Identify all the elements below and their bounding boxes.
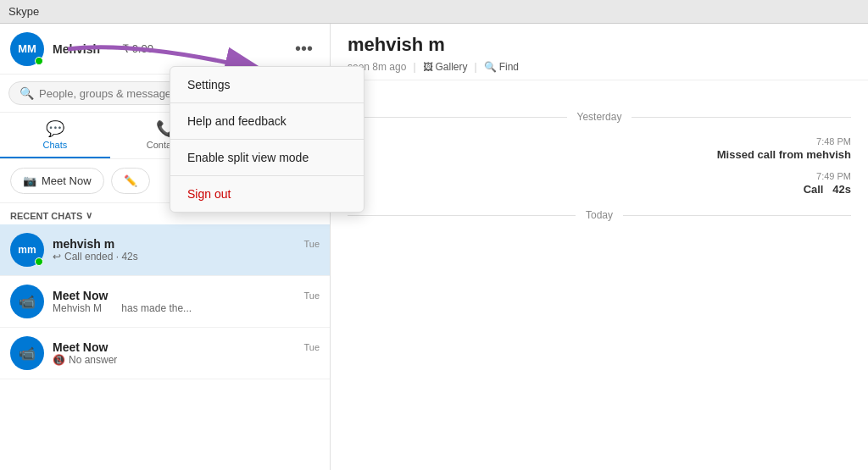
chat-area: Yesterday 7:48 PM Missed call from mehvi… bbox=[331, 80, 868, 470]
divider-line-right-today bbox=[623, 215, 851, 216]
chat-item-meet1[interactable]: 📹 Meet Now Tue Mehvish M has made the... bbox=[0, 276, 330, 328]
meet-now-label: Meet Now bbox=[42, 174, 92, 187]
divider-text-yesterday: Yesterday bbox=[577, 111, 622, 123]
chat-item-mehvish[interactable]: mm mehvish m Tue ↩ Call ended · 42s bbox=[0, 224, 330, 276]
profile-name: Mehvish bbox=[53, 42, 100, 56]
dropdown-help[interactable]: Help and feedback bbox=[170, 103, 364, 140]
chat-info-meet1: Meet Now Tue Mehvish M has made the... bbox=[53, 289, 320, 314]
gallery-link[interactable]: 🖼 Gallery bbox=[423, 61, 468, 73]
find-link[interactable]: 🔍 Find bbox=[484, 61, 519, 73]
chat-name: Meet Now bbox=[53, 340, 108, 354]
message-text-2: Call 42s bbox=[804, 183, 851, 196]
title-bar: Skype bbox=[0, 0, 868, 24]
chat-name-row: Meet Now Tue bbox=[53, 340, 320, 354]
chat-time: Tue bbox=[303, 342, 320, 352]
chat-info-mehvish: mehvish m Tue ↩ Call ended · 42s bbox=[53, 237, 320, 263]
profile-balance-box bbox=[107, 48, 117, 50]
chat-name-row: mehvish m Tue bbox=[53, 237, 320, 251]
message-time-2: 7:49 PM bbox=[816, 171, 851, 181]
search-icon: 🔍 bbox=[19, 86, 34, 100]
tab-chats[interactable]: 💬 Chats bbox=[0, 113, 110, 158]
divider-line-left-today bbox=[348, 215, 576, 216]
chat-avatar-meet1: 📹 bbox=[10, 285, 44, 318]
divider-text-today: Today bbox=[586, 209, 613, 221]
meet-video-icon-2: 📹 bbox=[19, 346, 36, 362]
chat-avatar-mehvish: mm bbox=[10, 233, 44, 267]
chat-online-dot bbox=[35, 257, 43, 266]
new-chat-button[interactable]: ✏️ bbox=[111, 168, 150, 194]
day-divider-yesterday: Yesterday bbox=[348, 111, 851, 123]
dropdown-menu: Settings Help and feedback Enable split … bbox=[170, 66, 364, 213]
chat-name-row: Meet Now Tue bbox=[53, 289, 320, 302]
chat-preview: Mehvish M has made the... bbox=[53, 302, 320, 314]
find-icon: 🔍 bbox=[484, 61, 497, 73]
dropdown-settings[interactable]: Settings bbox=[170, 67, 364, 103]
sidebar: MM Mehvish ₹ 0.00 ••• 🔍 💬 Chats 📞 Contac bbox=[0, 24, 331, 470]
new-chat-icon: ✏️ bbox=[124, 174, 137, 187]
call-ended-icon: ↩ bbox=[53, 251, 61, 263]
chevron-down-icon: ∨ bbox=[86, 210, 92, 221]
signout-label: Sign out bbox=[187, 187, 231, 201]
online-indicator bbox=[35, 57, 43, 65]
phone-icon: 📵 bbox=[53, 354, 65, 366]
divider-line-left bbox=[348, 117, 567, 118]
chat-preview: ↩ Call ended · 42s bbox=[53, 251, 320, 263]
main-header: mehvish m seen 8m ago | 🖼 Gallery | 🔍 Fi… bbox=[331, 24, 868, 80]
main-content: mehvish m seen 8m ago | 🖼 Gallery | 🔍 Fi… bbox=[331, 24, 868, 470]
gallery-label: Gallery bbox=[436, 61, 468, 73]
splitview-label: Enable split view mode bbox=[187, 151, 309, 164]
main-subtitle: seen 8m ago | 🖼 Gallery | 🔍 Find bbox=[348, 61, 851, 73]
separator-2: | bbox=[475, 61, 477, 73]
settings-label: Settings bbox=[187, 78, 231, 91]
chat-avatar-meet2: 📹 bbox=[10, 336, 44, 370]
chat-time: Tue bbox=[303, 239, 320, 249]
app-name: Skype bbox=[8, 5, 39, 18]
chat-info-meet2: Meet Now Tue 📵 No answer bbox=[53, 340, 320, 366]
avatar-initials: MM bbox=[18, 42, 36, 55]
chat-avatar-initials: mm bbox=[18, 244, 36, 256]
more-options-button[interactable]: ••• bbox=[288, 36, 320, 62]
divider-line-right bbox=[632, 117, 851, 118]
message-text-1: Missed call from mehvish bbox=[717, 148, 851, 161]
tab-chats-label: Chats bbox=[42, 140, 67, 150]
message-group-1: 7:48 PM Missed call from mehvish bbox=[348, 136, 851, 161]
meet-video-icon: 📹 bbox=[19, 294, 36, 310]
message-group-2: 7:49 PM Call 42s bbox=[348, 171, 851, 196]
page-title: mehvish m bbox=[348, 34, 851, 56]
find-label: Find bbox=[499, 61, 519, 73]
day-divider-today: Today bbox=[348, 209, 851, 221]
chat-item-meet2[interactable]: 📹 Meet Now Tue 📵 No answer bbox=[0, 328, 330, 379]
avatar: MM bbox=[10, 32, 44, 66]
recent-label-text: RECENT CHATS bbox=[10, 211, 82, 221]
chats-icon: 💬 bbox=[46, 119, 64, 138]
meet-now-button[interactable]: 📷 Meet Now bbox=[10, 168, 104, 194]
profile-balance: ₹ 0.00 bbox=[122, 42, 153, 55]
meet-now-icon: 📷 bbox=[23, 174, 36, 187]
help-label: Help and feedback bbox=[187, 114, 287, 128]
chat-time: Tue bbox=[303, 290, 320, 301]
chat-preview: 📵 No answer bbox=[53, 354, 320, 366]
dropdown-signout[interactable]: Sign out bbox=[170, 176, 364, 212]
chat-name: mehvish m bbox=[53, 237, 114, 251]
separator-1: | bbox=[413, 61, 415, 73]
app-layout: MM Mehvish ₹ 0.00 ••• 🔍 💬 Chats 📞 Contac bbox=[0, 24, 868, 470]
chat-name: Meet Now bbox=[53, 289, 108, 302]
dropdown-splitview[interactable]: Enable split view mode bbox=[170, 140, 364, 176]
message-time-1: 7:48 PM bbox=[816, 136, 851, 147]
gallery-icon: 🖼 bbox=[423, 61, 433, 73]
